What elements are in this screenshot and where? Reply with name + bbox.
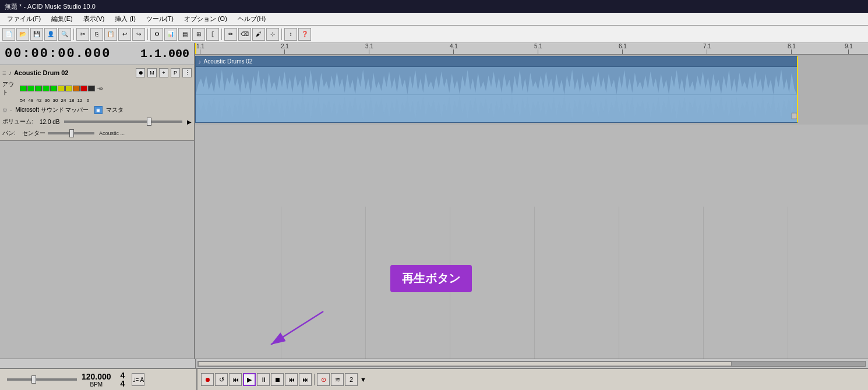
- scroll-thumb[interactable]: [198, 361, 732, 366]
- stop-button[interactable]: ⏹: [271, 373, 284, 386]
- time-counter: 00:00:00.000: [5, 47, 111, 61]
- extra-btn1[interactable]: ↕: [284, 28, 297, 41]
- user-btn[interactable]: 👤: [44, 28, 57, 41]
- bpm-label: BPM: [90, 381, 103, 388]
- paint-btn[interactable]: 🖌: [252, 28, 265, 41]
- menu-options[interactable]: オプション (O): [179, 13, 232, 24]
- master-icon[interactable]: ▣: [94, 106, 103, 114]
- mute-btn[interactable]: M: [147, 68, 157, 77]
- paste-btn[interactable]: 📋: [104, 28, 117, 41]
- menu-bar: ファイル(F) 編集(E) 表示(V) 挿入 (I) ツール(T) オプション …: [0, 13, 868, 26]
- timeline-ruler: 1.1 2.1 3.1 4.1: [195, 43, 868, 55]
- pause-button[interactable]: ⏸: [257, 373, 270, 386]
- mode-btn4[interactable]: ⊞: [192, 28, 205, 41]
- cut-btn[interactable]: ✂: [76, 28, 89, 41]
- mode-btn5[interactable]: ⟦: [206, 28, 219, 41]
- vu-num-42: 42: [35, 98, 43, 103]
- erase-btn[interactable]: ⌫: [238, 28, 251, 41]
- add-btn[interactable]: +: [159, 68, 168, 77]
- skip-end-button[interactable]: ⏭: [299, 373, 312, 386]
- loop-button[interactable]: ↺: [215, 373, 228, 386]
- new-btn[interactable]: 📄: [2, 28, 15, 41]
- playhead: [195, 43, 196, 54]
- more-btn[interactable]: ⋮: [182, 68, 192, 77]
- save-btn[interactable]: 💾: [30, 28, 43, 41]
- output-row: ⚙ - Microsoft サウンド マッパー ▣ マスタ: [2, 104, 192, 116]
- extra-btn2[interactable]: ❓: [298, 28, 311, 41]
- track-expand-icon[interactable]: ≡: [2, 69, 6, 76]
- ruler-container: 1.1 2.1 3.1 4.1: [195, 43, 868, 54]
- measure-display: 1.1.000: [140, 47, 189, 61]
- vu-seg-8: [73, 86, 80, 91]
- copy-btn[interactable]: ⎘: [90, 28, 103, 41]
- play-button[interactable]: ▶: [243, 373, 256, 386]
- mode-btn2[interactable]: 📊: [164, 28, 177, 41]
- bottom-left-section: 120.000 BPM 4 4 ♩= A: [2, 369, 197, 390]
- scroll-track[interactable]: [197, 361, 866, 367]
- menu-insert[interactable]: 挿入 (I): [110, 13, 140, 24]
- track-type-icon[interactable]: ♪: [8, 69, 12, 76]
- metronome-btn[interactable]: ♩= A: [132, 373, 144, 386]
- mode-btn1[interactable]: ⚙: [150, 28, 163, 41]
- output-label: Microsoft サウンド マッパー: [15, 106, 89, 114]
- record-track-btn[interactable]: ⏺: [136, 68, 145, 77]
- grid-line-5: [534, 207, 535, 359]
- pan-row: パン: センター Acoustic ...: [2, 127, 192, 139]
- menu-file[interactable]: ファイル(F): [2, 13, 45, 24]
- separator1: [73, 29, 74, 40]
- menu-view[interactable]: 表示(V): [79, 13, 110, 24]
- bpm-value: 120.000: [82, 372, 111, 381]
- num-button[interactable]: 2: [345, 373, 358, 386]
- volume-row: ボリューム: 12.0 dB ▶: [2, 116, 192, 127]
- mode-btn3[interactable]: ▤: [178, 28, 191, 41]
- vu-seg-1: [20, 86, 27, 91]
- ruler-mark-8: 8.1: [788, 43, 796, 54]
- menu-tools[interactable]: ツール(T): [142, 13, 178, 24]
- zoom-btn[interactable]: 🔍: [58, 28, 71, 41]
- master-volume-thumb[interactable]: [31, 375, 36, 384]
- master-label: マスタ: [106, 106, 124, 114]
- props-btn[interactable]: P: [171, 68, 180, 77]
- title-text: 無題 * - ACID Music Studio 10.0: [5, 2, 96, 11]
- menu-edit[interactable]: 編集(E): [47, 13, 77, 24]
- prev-frame-button[interactable]: ⏮: [229, 373, 242, 386]
- svg-rect-2: [792, 113, 797, 119]
- audio-clip[interactable]: ♪ Acoustic Drums 02 // This will be done…: [195, 56, 798, 123]
- vu-meter-row: アウト -∞: [2, 79, 192, 98]
- pan-center: センター: [22, 129, 45, 137]
- master-volume-slider[interactable]: [7, 378, 77, 381]
- transport-buttons: ⏺ ↺ ⏮ ▶ ⏸ ⏹ ⏮ ⏭ ⊙ ≋ 2 ▼: [199, 373, 866, 386]
- transport-bar: 120.000 BPM 4 4 ♩= A ⏺ ↺ ⏮ ▶ ⏸ ⏹ ⏮ ⏭: [0, 368, 868, 390]
- waveform-svg: // This will be done via inline generati…: [196, 67, 797, 122]
- redo-btn[interactable]: ↪: [132, 28, 145, 41]
- horizontal-scrollbar[interactable]: [0, 359, 868, 368]
- vu-num-36: 36: [43, 98, 51, 103]
- left-panel: 00:00:00.000 1.1.000 ≡ ♪ Acoustic Drum 0…: [0, 43, 195, 359]
- dropdown-arrow[interactable]: ▼: [360, 376, 366, 383]
- undo-btn[interactable]: ↩: [118, 28, 131, 41]
- draw-btn[interactable]: ✏: [224, 28, 237, 41]
- vu-seg-5: [50, 86, 57, 91]
- ruler-mark-6: 6.1: [619, 43, 627, 54]
- ruler-mark-4: 4.1: [450, 43, 458, 54]
- menu-help[interactable]: ヘルプ(H): [233, 13, 270, 24]
- skip-start-button[interactable]: ⏮: [285, 373, 298, 386]
- vu-num-30: 30: [51, 98, 59, 103]
- time-signature: 4 4: [121, 371, 125, 388]
- toolbar: 📄 📂 💾 👤 🔍 ✂ ⎘ 📋 ↩ ↪ ⚙ 📊 ▤ ⊞ ⟦ ✏ ⌫ 🖌 ⊹ ↕ …: [0, 26, 868, 43]
- record-button[interactable]: ⏺: [201, 373, 214, 386]
- clips-area[interactable]: ♪ Acoustic Drums 02 // This will be done…: [195, 55, 868, 207]
- loop2-button[interactable]: ⊙: [317, 373, 330, 386]
- volume-expand-icon[interactable]: ▶: [187, 119, 192, 125]
- separator2: [147, 29, 148, 40]
- open-btn[interactable]: 📂: [16, 28, 29, 41]
- track-name-row: ≡ ♪ Acoustic Drum 02 ⏺ M + P ⋮: [2, 66, 192, 79]
- track-area: 1.1 2.1 3.1 4.1: [195, 43, 868, 359]
- scrollbar-track-area[interactable]: [196, 359, 867, 368]
- grid-line-3: [365, 207, 366, 359]
- grid-line-7: [703, 207, 704, 359]
- extra-button[interactable]: ≋: [331, 373, 344, 386]
- clip-music-icon: ♪: [198, 58, 202, 65]
- select-btn[interactable]: ⊹: [266, 28, 279, 41]
- vu-seg-10: [88, 86, 95, 91]
